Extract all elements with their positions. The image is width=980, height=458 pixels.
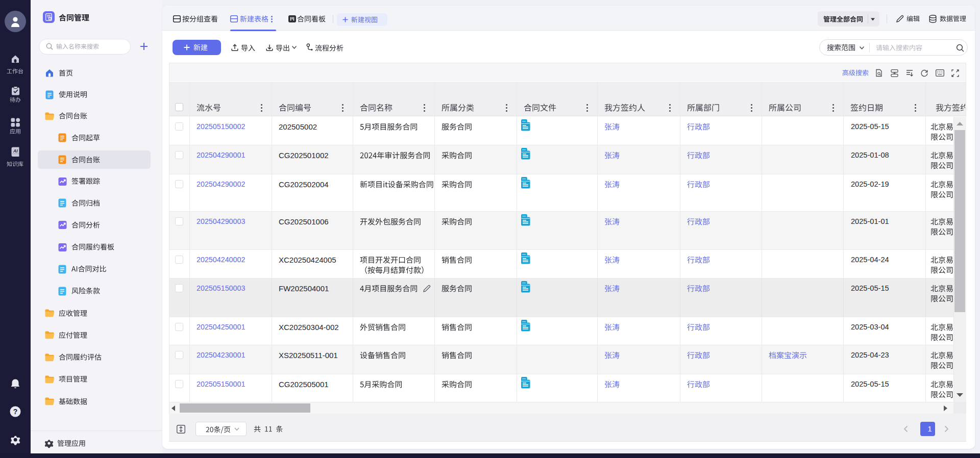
svg-text:?: ?	[13, 408, 18, 416]
svg-text:AI: AI	[13, 148, 18, 154]
